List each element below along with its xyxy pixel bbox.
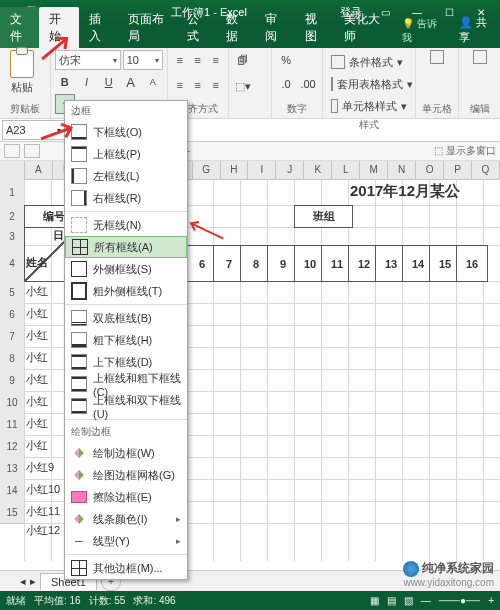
view-tab-2[interactable] <box>24 144 40 158</box>
tab-nav-prev-icon[interactable]: ◂ <box>20 575 26 588</box>
row-header-3[interactable]: 3 <box>0 227 25 246</box>
border-item-none-0[interactable]: 无框线(N) <box>65 214 187 236</box>
col-header-H[interactable]: H <box>221 161 249 179</box>
align-center-button[interactable]: ≡ <box>190 75 206 95</box>
align-mid-button[interactable]: ≡ <box>190 50 206 70</box>
cells-button[interactable] <box>420 50 454 64</box>
underline-button[interactable]: U <box>99 72 119 92</box>
bold-button[interactable]: B <box>55 72 75 92</box>
row-header-1[interactable]: 1 <box>0 179 25 206</box>
view-normal-icon[interactable]: ▦ <box>370 595 379 606</box>
col-header-N[interactable]: N <box>388 161 416 179</box>
tab-nav-next-icon[interactable]: ▸ <box>30 575 36 588</box>
draw-border-item-pencil-1[interactable]: 绘图边框网格(G) <box>65 464 187 486</box>
tab-layout[interactable]: 页面布局 <box>118 7 177 48</box>
border-item-outside-2[interactable]: 外侧框线(S) <box>65 258 187 280</box>
col-header-O[interactable]: O <box>416 161 444 179</box>
border-item-thick-3[interactable]: 粗外侧框线(T) <box>65 280 187 302</box>
row-header-14[interactable]: 14 <box>0 479 25 502</box>
col-header-A[interactable]: A <box>25 161 53 179</box>
more-borders-item[interactable]: 其他边框(M)... <box>65 557 187 579</box>
row-header-2[interactable]: 2 <box>0 205 25 228</box>
align-right-button[interactable]: ≡ <box>208 75 224 95</box>
row-header-7[interactable]: 7 <box>0 325 25 348</box>
tab-data[interactable]: 数据 <box>216 7 255 48</box>
tab-insert[interactable]: 插入 <box>79 7 118 48</box>
row-header-15[interactable]: 15 <box>0 501 25 524</box>
row-header-8[interactable]: 8 <box>0 347 25 370</box>
wrap-text-button[interactable]: 🗐 <box>233 50 253 70</box>
header-day-16[interactable]: 16 <box>456 245 488 282</box>
tab-file[interactable]: 文件 <box>0 7 39 48</box>
col-header-G[interactable]: G <box>193 161 221 179</box>
tab-beautify[interactable]: 美化大师 <box>334 7 393 48</box>
row-header-9[interactable]: 9 <box>0 369 25 392</box>
row-header-4[interactable]: 4 <box>0 245 25 282</box>
font-name-combo[interactable]: 仿宋▾ <box>55 50 121 70</box>
tell-me[interactable]: 💡 告诉我 <box>392 13 448 48</box>
row-header-6[interactable]: 6 <box>0 303 25 326</box>
table-format-button[interactable]: 套用表格格式▾ <box>327 74 411 94</box>
align-top-button[interactable]: ≡ <box>172 50 188 70</box>
zoom-in-button[interactable]: + <box>488 595 494 606</box>
row-header-5[interactable]: 5 <box>0 281 25 304</box>
tab-review[interactable]: 审阅 <box>255 7 294 48</box>
view-tab-1[interactable] <box>4 144 20 158</box>
draw-border-item-pencil-3[interactable]: 线条颜色(I)▸ <box>65 508 187 530</box>
view-pagebreak-icon[interactable]: ▧ <box>404 595 413 606</box>
border-item-thick-bot-1[interactable]: 粗下框线(H) <box>65 329 187 351</box>
header-team[interactable]: 班组 <box>294 205 353 228</box>
border-item-right-3[interactable]: 右框线(R) <box>65 187 187 209</box>
draw-border-item-line-4[interactable]: ─线型(Y)▸ <box>65 530 187 552</box>
tab-formula[interactable]: 公式 <box>177 7 216 48</box>
col-header-J[interactable]: J <box>276 161 304 179</box>
cell-styles-button[interactable]: 单元格样式▾ <box>327 96 411 116</box>
view-layout-icon[interactable]: ▤ <box>387 595 396 606</box>
border-item-left-2[interactable]: 左框线(L) <box>65 165 187 187</box>
merge-button[interactable]: ⬚▾ <box>233 77 253 97</box>
zoom-slider[interactable]: ───●── <box>439 595 480 606</box>
percent-button[interactable]: % <box>276 50 296 70</box>
decrease-font-button[interactable]: A <box>143 72 163 92</box>
align-left-button[interactable]: ≡ <box>172 75 188 95</box>
cond-format-button[interactable]: 条件格式▾ <box>327 52 411 72</box>
col-header-K[interactable]: K <box>304 161 332 179</box>
align-bot-button[interactable]: ≡ <box>208 50 224 70</box>
row-header-12[interactable]: 12 <box>0 435 25 458</box>
name-box[interactable]: A23▾ <box>2 120 65 140</box>
editing-button[interactable] <box>463 50 496 64</box>
border-item-dbl-bot-0[interactable]: 双底框线(B) <box>65 307 187 329</box>
select-all-corner[interactable] <box>0 161 25 179</box>
increase-font-button[interactable]: A <box>121 72 141 92</box>
row-header-13[interactable]: 13 <box>0 457 25 480</box>
draw-border-item-pencil-0[interactable]: 绘制边框(W) <box>65 442 187 464</box>
col-header-P[interactable]: P <box>444 161 472 179</box>
italic-button[interactable]: I <box>77 72 97 92</box>
editing-icon <box>473 50 487 64</box>
row-header-11[interactable]: 11 <box>0 413 25 436</box>
border-item-tb-4[interactable]: 上框线和双下框线(U) <box>65 395 187 417</box>
ribbon-tabs: 文件 开始 插入 页面布局 公式 数据 审阅 视图 美化大师 💡 告诉我 👤 共… <box>0 24 500 48</box>
inc-decimal-button[interactable]: .0 <box>276 74 296 94</box>
header-name[interactable]: 姓名 <box>24 245 54 280</box>
dec-decimal-button[interactable]: .00 <box>298 74 318 94</box>
row-header-10[interactable]: 10 <box>0 391 25 414</box>
share-button[interactable]: 👤 共享 <box>449 11 500 48</box>
font-size-combo[interactable]: 10▾ <box>123 50 163 70</box>
draw-border-item-eraser-2[interactable]: 擦除边框(E) <box>65 486 187 508</box>
col-header-L[interactable]: L <box>332 161 360 179</box>
zoom-out-button[interactable]: — <box>421 595 431 606</box>
border-pencil-icon <box>71 467 87 483</box>
border-item-top-1[interactable]: 上框线(P) <box>65 143 187 165</box>
multi-window-toggle[interactable]: ⬚ 显示多窗口 <box>434 144 496 158</box>
tab-home[interactable]: 开始 <box>39 7 78 48</box>
col-header-Q[interactable]: Q <box>472 161 500 179</box>
paste-button[interactable]: 粘贴 <box>4 50 40 95</box>
border-item-all-1[interactable]: 所有框线(A) <box>65 236 187 258</box>
col-header-M[interactable]: M <box>360 161 388 179</box>
border-item-bottom-0[interactable]: 下框线(O) <box>65 121 187 143</box>
status-bar: 就绪 平均值: 16 计数: 55 求和: 496 ▦ ▤ ▧ — ───●──… <box>0 591 500 610</box>
sheet-title[interactable]: 2017年12月某公 <box>348 179 500 204</box>
tab-view[interactable]: 视图 <box>295 7 334 48</box>
col-header-I[interactable]: I <box>248 161 276 179</box>
